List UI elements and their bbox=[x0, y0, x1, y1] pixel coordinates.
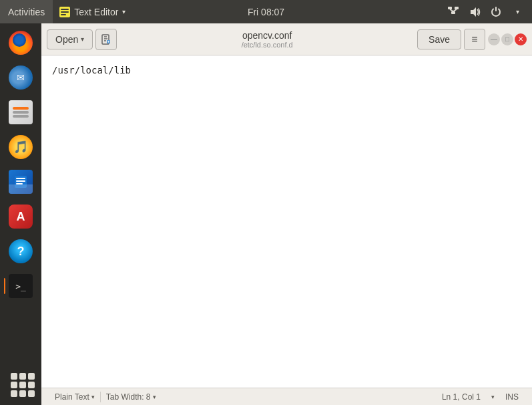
activities-label: Activities bbox=[8, 7, 45, 17]
power-chevron[interactable]: ▾ bbox=[508, 3, 527, 21]
open-button-chevron: ▾ bbox=[81, 35, 84, 43]
language-label: Plain Text bbox=[55, 392, 89, 402]
main-layout: 🎵 A ? >_ bbox=[0, 23, 532, 405]
sidebar: 🎵 A ? >_ bbox=[0, 23, 41, 405]
editor-content: /usr/local/lib bbox=[52, 65, 131, 76]
system-tray: ▾ bbox=[444, 0, 532, 23]
files-icon bbox=[9, 100, 33, 124]
power-icon[interactable] bbox=[487, 3, 505, 21]
sidebar-item-rhythmbox[interactable]: 🎵 bbox=[4, 130, 37, 164]
file-path: /etc/ld.so.conf.d bbox=[242, 41, 293, 49]
app-title-area[interactable]: Text Editor ▾ bbox=[53, 5, 131, 19]
svg-rect-6 bbox=[451, 11, 455, 14]
sidebar-item-libreoffice[interactable] bbox=[4, 165, 37, 198]
terminal-icon: >_ bbox=[9, 274, 33, 298]
rhythmbox-icon: 🎵 bbox=[9, 135, 33, 159]
ins-label: INS bbox=[505, 392, 519, 402]
tab-width-label: Tab Width: 8 bbox=[106, 392, 151, 402]
volume-icon[interactable] bbox=[465, 3, 484, 21]
maximize-button[interactable]: □ bbox=[501, 33, 513, 45]
save-button[interactable]: Save bbox=[417, 29, 461, 49]
topbar: Activities Text Editor ▾ Fri 08:07 bbox=[0, 0, 532, 23]
sidebar-item-apps[interactable] bbox=[4, 366, 37, 400]
clock: Fri 08:07 bbox=[248, 7, 284, 17]
svg-rect-1 bbox=[61, 9, 69, 10]
svg-marker-9 bbox=[471, 7, 476, 17]
cursor-chevron: ▾ bbox=[491, 394, 495, 400]
tab-width-chevron: ▾ bbox=[153, 394, 156, 400]
cursor-pos-chevron-item[interactable]: ▾ bbox=[486, 390, 500, 404]
language-chevron: ▾ bbox=[91, 394, 95, 400]
open-label: Open bbox=[55, 34, 78, 45]
cursor-position[interactable]: Ln 1, Col 1 bbox=[437, 390, 486, 404]
svg-rect-2 bbox=[61, 11, 69, 13]
file-title-area: opencv.conf /etc/ld.so.conf.d bbox=[119, 30, 415, 49]
help-icon: ? bbox=[9, 239, 33, 263]
sidebar-item-files[interactable] bbox=[4, 96, 37, 129]
new-document-button[interactable] bbox=[95, 29, 117, 50]
svg-rect-12 bbox=[16, 180, 25, 182]
hamburger-menu-button[interactable]: ≡ bbox=[464, 29, 485, 50]
thunderbird-icon bbox=[9, 65, 33, 90]
statusbar: Plain Text ▾ Tab Width: 8 ▾ Ln 1, Col 1 … bbox=[41, 388, 532, 405]
content-area: Open ▾ opencv.conf /etc/ld.so.conf.d S bbox=[41, 23, 532, 405]
svg-rect-11 bbox=[16, 178, 25, 179]
toolbar: Open ▾ opencv.conf /etc/ld.so.conf.d S bbox=[41, 23, 532, 55]
sidebar-item-thunderbird[interactable] bbox=[4, 61, 37, 94]
activities-button[interactable]: Activities bbox=[0, 0, 53, 23]
app-name-label: Text Editor bbox=[74, 7, 118, 17]
svg-rect-4 bbox=[448, 7, 452, 9]
file-name: opencv.conf bbox=[242, 30, 292, 41]
text-editor-icon bbox=[58, 5, 71, 19]
language-selector[interactable]: Plain Text ▾ bbox=[49, 390, 100, 404]
sidebar-item-firefox[interactable] bbox=[4, 26, 37, 59]
appcenter-icon: A bbox=[9, 205, 33, 229]
svg-rect-5 bbox=[455, 7, 459, 9]
svg-rect-3 bbox=[61, 14, 66, 15]
sidebar-item-appcenter[interactable]: A bbox=[4, 200, 37, 233]
close-button[interactable]: ✕ bbox=[515, 33, 527, 45]
sidebar-item-terminal[interactable]: >_ bbox=[4, 269, 37, 303]
sidebar-item-help[interactable]: ? bbox=[4, 235, 37, 268]
cursor-pos-label: Ln 1, Col 1 bbox=[442, 392, 481, 402]
editor-area[interactable]: /usr/local/lib bbox=[41, 55, 532, 388]
minimize-button[interactable]: — bbox=[488, 33, 500, 45]
svg-line-8 bbox=[453, 9, 457, 11]
ins-mode[interactable]: INS bbox=[500, 390, 524, 404]
window-controls: — □ ✕ bbox=[488, 33, 527, 45]
app-menu-chevron: ▾ bbox=[122, 8, 125, 15]
open-button[interactable]: Open ▾ bbox=[47, 29, 93, 49]
apps-grid-icon bbox=[9, 371, 33, 395]
libreoffice-icon bbox=[9, 170, 33, 194]
tab-width-selector[interactable]: Tab Width: 8 ▾ bbox=[101, 390, 162, 404]
network-icon[interactable] bbox=[444, 3, 463, 21]
svg-line-7 bbox=[450, 9, 453, 11]
firefox-icon bbox=[9, 31, 33, 55]
svg-rect-13 bbox=[16, 183, 23, 184]
